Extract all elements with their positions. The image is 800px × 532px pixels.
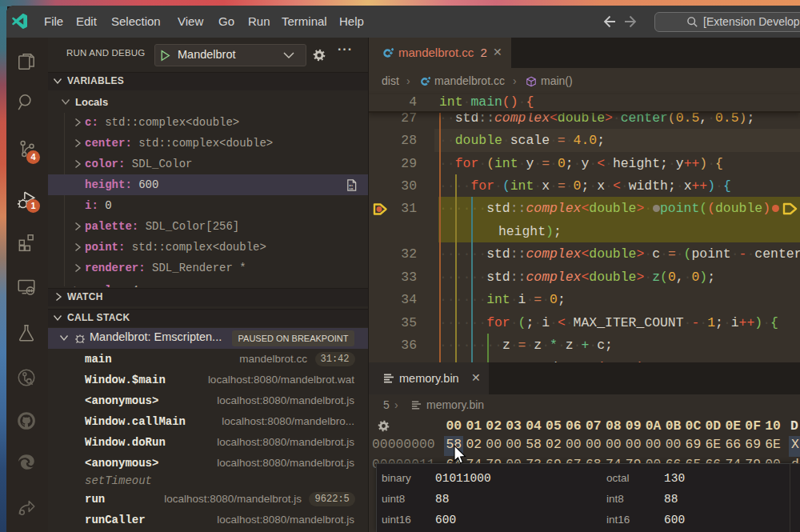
svg-text:10: 10 [349, 186, 354, 190]
